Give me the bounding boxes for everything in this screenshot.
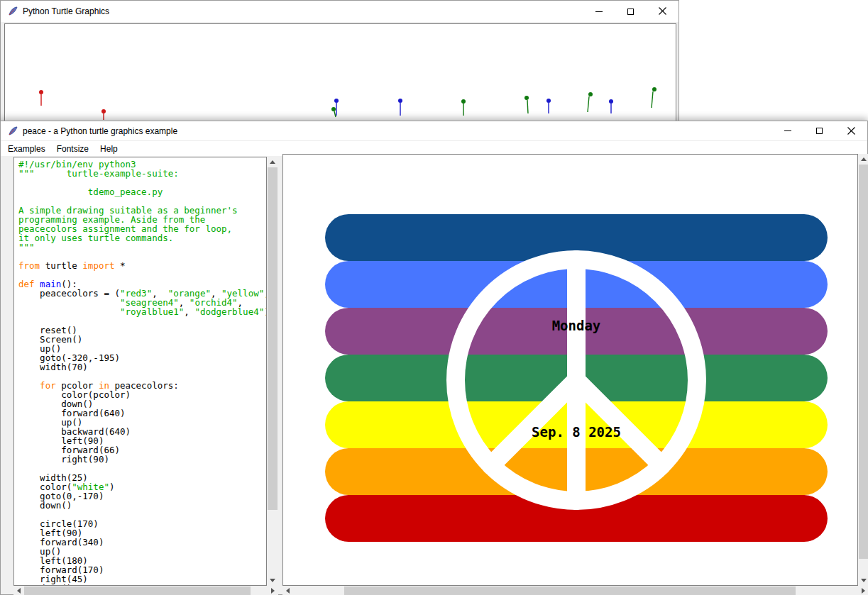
scroll-left-button[interactable] [282,586,293,595]
front-titlebar[interactable]: peace - a Python turtle graphics example [1,121,867,141]
scroll-up-button[interactable] [267,157,278,167]
scroll-right-button[interactable] [268,586,278,595]
scroll-up-button[interactable] [858,154,868,165]
arrow-right-icon [271,588,275,594]
maximize-button[interactable] [615,1,647,22]
close-icon [659,5,666,18]
code-line: down() [18,501,266,510]
maximize-button[interactable] [803,121,835,140]
code-line: "royalblue1", "dodgerblue4") [18,307,266,316]
tree-dot [588,92,593,96]
tree-dot [524,96,529,100]
canvas-label: Sep. 8 2025 [532,424,621,440]
minimize-icon [595,11,603,12]
canvas-label: Monday [552,318,601,333]
tree-dot [101,109,106,113]
tree-dot [546,99,551,103]
scroll-thumb[interactable] [268,167,278,510]
tree-dot [398,99,402,103]
scroll-left-button[interactable] [13,586,24,595]
tk-feather-icon [7,126,18,137]
menu-help[interactable]: Help [94,143,123,155]
tree-dot [461,99,466,104]
front-window-title: peace - a Python turtle graphics example [23,126,177,136]
arrow-right-icon [862,588,865,594]
code-line: """ [18,243,266,252]
scroll-down-button[interactable] [267,575,278,586]
tk-feather-icon [7,6,18,17]
minimize-button[interactable] [771,121,803,140]
code-horizontal-scrollbar[interactable] [13,586,278,595]
back-titlebar[interactable]: Python Turtle Graphics [1,1,679,22]
code-editor[interactable]: #!/usr/bin/env python3""" turtle-example… [14,157,266,586]
maximize-icon [627,9,634,15]
scroll-thumb[interactable] [859,165,868,559]
tree-dot [331,107,336,111]
code-line: """ turtle-example-suite: [18,169,266,178]
tree-dot [652,87,657,91]
code-line: right(90) [18,455,266,464]
code-line: from turtle import * [18,261,266,270]
scroll-track[interactable] [858,165,868,575]
scroll-track[interactable] [293,586,858,595]
peace-demo-window: peace - a Python turtle graphics example… [0,121,868,595]
menu-fontsize[interactable]: Fontsize [51,143,94,155]
arrow-left-icon [286,588,290,594]
scroll-thumb[interactable] [344,586,796,595]
code-pane[interactable]: #!/usr/bin/env python3""" turtle-example… [13,157,267,586]
close-button[interactable] [835,121,867,140]
code-line: width(70) [18,362,266,372]
scroll-track[interactable] [267,167,278,575]
turtle-canvas-peace[interactable]: MondaySep. 8 2025 [282,154,858,586]
minimize-icon [784,130,791,131]
code-line: tdemo_peace.py [18,187,266,196]
code-vertical-scrollbar[interactable] [267,157,278,586]
arrow-left-icon [17,588,21,594]
arrow-down-icon [861,579,867,582]
canvas-horizontal-scrollbar[interactable] [282,586,868,595]
scroll-thumb[interactable] [24,586,251,595]
tree-stem [652,91,653,108]
tree-dot [39,90,43,94]
close-icon [847,125,855,138]
canvas-vertical-scrollbar[interactable] [858,154,868,586]
arrow-up-icon [861,157,867,161]
tree-stem [588,96,589,112]
tree-stem [334,111,336,117]
tree-dot [609,99,613,104]
arrow-up-icon [270,160,275,164]
code-line: it only uses turtle commands. [18,233,266,243]
scroll-right-button[interactable] [858,586,868,595]
peace-drawing: MondaySep. 8 2025 [283,155,857,585]
back-window-title: Python Turtle Graphics [23,6,109,16]
minimize-button[interactable] [583,1,615,22]
close-button[interactable] [647,1,679,22]
menu-examples[interactable]: Examples [2,143,51,155]
scroll-track[interactable] [24,586,268,595]
tree-stem [527,100,528,113]
tree-dot [334,99,339,103]
arrow-down-icon [270,579,275,582]
maximize-icon [816,128,823,134]
scroll-down-button[interactable] [858,575,868,586]
